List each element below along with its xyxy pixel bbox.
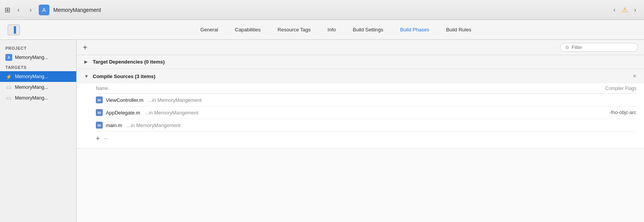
table-actions: + − — [96, 132, 636, 144]
table-row-main: m main.m ...in MemoryMangement — [96, 119, 636, 132]
tab-general[interactable]: General — [192, 20, 227, 40]
sidebar-target-name: MemoryMang... — [15, 74, 48, 79]
tabs-container: General Capabilities Resource Tags Info … — [28, 20, 644, 40]
titlebar-title: MemoryMangement — [53, 7, 101, 13]
table-row-viewcontroller: m ViewController.m ...in MemoryMangement — [96, 94, 636, 106]
filter-input[interactable] — [572, 45, 633, 50]
m-file-icon-3: m — [96, 122, 103, 129]
phase-target-dependencies-title: Target Dependencies (0 items) — [93, 59, 165, 65]
folder-icon-2: ▭ — [5, 95, 12, 101]
table-header: Name Compiler Flags — [96, 83, 636, 94]
titlebar-left: ⊞ ‹ › A MemoryMangement — [5, 5, 101, 15]
tab-resource-tags[interactable]: Resource Tags — [269, 20, 319, 40]
sidebar-item-project[interactable]: A MemoryMang... — [0, 52, 76, 63]
tab-build-rules[interactable]: Build Rules — [438, 20, 480, 40]
add-file-button[interactable]: + — [96, 135, 100, 143]
file-name-1: ViewController.m — [106, 97, 143, 103]
sidebar-project-name: MemoryMang... — [15, 55, 48, 60]
tab-build-settings[interactable]: Build Settings — [344, 20, 392, 40]
table-row-appdelegate: m AppDelegate.m ...in MemoryMangement -f… — [96, 106, 636, 119]
back-button[interactable]: ‹ — [14, 6, 23, 14]
target-icon: ⚡ — [5, 73, 12, 80]
sources-table: Name Compiler Flags m ViewController.m .… — [77, 83, 644, 148]
phase-compile-sources: ▼ Compile Sources (3 items) × Name Compi… — [77, 69, 644, 149]
project-section-label: PROJECT — [0, 44, 76, 52]
folder-icon-1: ▭ — [5, 84, 12, 91]
file-location-3: ...in MemoryMangement — [127, 122, 181, 128]
file-name-2: AppDelegate.m — [106, 110, 140, 116]
phase-target-dependencies: ▶ Target Dependencies (0 items) — [77, 55, 644, 69]
sidebar-item-folder1[interactable]: ▭ MemoryMang... — [0, 82, 76, 93]
close-compile-sources-button[interactable]: × — [633, 73, 636, 80]
titlebar-right: ‹ ⚠ › — [610, 6, 639, 14]
tabbar: ▐ General Capabilities Resource Tags Inf… — [0, 20, 644, 40]
sidebar-toggle-button[interactable]: ▐ — [8, 24, 20, 35]
tab-info[interactable]: Info — [319, 20, 345, 40]
project-icon: A — [39, 5, 49, 15]
m-file-icon-2: m — [96, 109, 103, 116]
file-location-2: ...in MemoryMangement — [145, 110, 199, 116]
filter-icon: ⊜ — [565, 44, 569, 50]
tab-capabilities[interactable]: Capabilities — [227, 20, 269, 40]
forward-button[interactable]: › — [26, 6, 35, 14]
targets-section-label: TARGETS — [0, 63, 76, 71]
right-forward-button[interactable]: › — [631, 6, 639, 14]
phase-compile-sources-title: Compile Sources (3 items) — [93, 73, 155, 79]
phase-target-dependencies-header[interactable]: ▶ Target Dependencies (0 items) — [77, 55, 644, 69]
chevron-down-icon: ▼ — [84, 74, 89, 78]
file-location-1: ...in MemoryMangement — [148, 97, 202, 103]
sidebar: PROJECT A MemoryMang... TARGETS ⚡ Memory… — [0, 40, 77, 222]
col-flags-header: Compiler Flags — [560, 86, 636, 91]
file-name-3: main.m — [106, 122, 122, 128]
tab-build-phases[interactable]: Build Phases — [392, 20, 438, 40]
project-file-icon: A — [5, 54, 12, 61]
sidebar-folder1-name: MemoryMang... — [15, 85, 48, 90]
right-back-button[interactable]: ‹ — [610, 6, 619, 14]
m-file-icon-1: m — [96, 96, 103, 103]
col-name-header: Name — [96, 86, 560, 91]
content-toolbar: + ⊜ — [77, 40, 644, 55]
main-layout: PROJECT A MemoryMang... TARGETS ⚡ Memory… — [0, 40, 644, 222]
sidebar-folder2-name: MemoryMang... — [15, 95, 48, 101]
titlebar: ⊞ ‹ › A MemoryMangement ‹ ⚠ › — [0, 0, 644, 20]
warning-icon: ⚠ — [622, 6, 628, 14]
grid-icon: ⊞ — [5, 6, 10, 14]
sidebar-item-folder2[interactable]: ▭ MemoryMang... — [0, 93, 76, 103]
content-area: + ⊜ ▶ Target Dependencies (0 items) ▼ Co… — [77, 40, 644, 222]
add-phase-button[interactable]: + — [83, 44, 87, 51]
chevron-right-icon: ▶ — [84, 59, 89, 64]
remove-file-button[interactable]: − — [104, 135, 108, 143]
compiler-flags-2: -fno-objc-arc — [560, 110, 636, 115]
filter-box: ⊜ — [560, 43, 638, 52]
phase-compile-sources-header[interactable]: ▼ Compile Sources (3 items) × — [77, 69, 644, 83]
sidebar-item-target-main[interactable]: ⚡ MemoryMang... — [0, 71, 76, 82]
